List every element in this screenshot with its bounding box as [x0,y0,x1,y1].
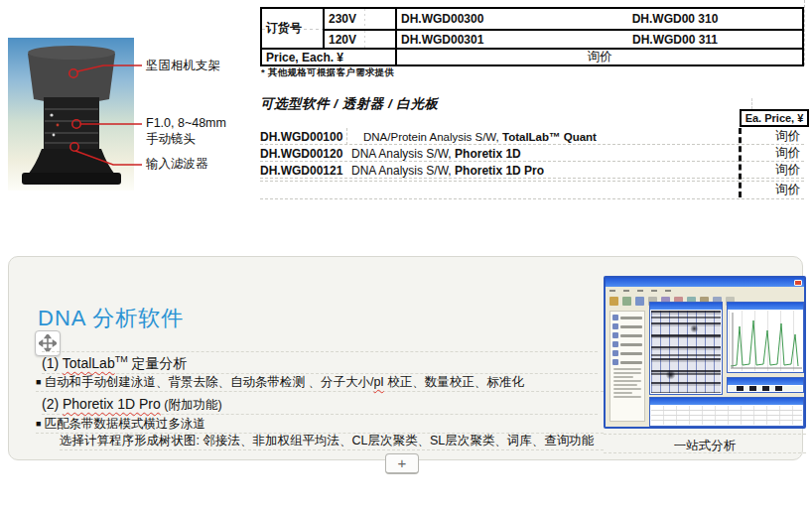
product-description: DNA Analysis S/W, Phoretix 1D Pro [347,164,743,178]
toolbar-icon [609,297,618,306]
window-titlebar [650,398,803,405]
table-row: DH.WGD00121 DNA Analysis S/W, Phoretix 1… [260,162,804,179]
price-inquiry-value: 询价 [743,145,804,162]
gel-image-window [649,302,723,395]
item-number: (1) [42,355,63,371]
product-description: DNA Analysis S/W, Phoretix 1D [347,147,743,161]
feature-bullet-1: ■自动和手动创建泳道、背景去除、自动条带检测 、分子大小/pI 校正、数量校正、… [36,374,604,392]
voltage-230: 230V [325,9,397,31]
price-column-divider [739,128,742,197]
results-table-window [649,397,804,427]
price-inquiry-value: 询价 [743,182,804,198]
bullet-text: 校正、数量校正、标准化 [384,375,524,389]
band-strip-window [727,377,804,393]
bullet-text: 自动和手动创建泳道、背景去除、自动条带检测 、分子大小/ [44,375,373,389]
window-titlebar [728,303,803,310]
product-code: DH.WGD00120 [260,147,347,161]
results-table [651,406,802,425]
heading-rest: (附加功能) [161,398,222,412]
callout-label-lens-spec: F1.0, 8~48mm [146,116,226,131]
order-number-header: 订货号 [262,9,325,48]
heading-rest: 定量分析 [128,355,188,371]
description-prefix: DNA Analysis S/W, [351,164,455,178]
profile-chart-window [727,302,804,373]
table-row: DH.WGD00100 DNA/Protein Analysis S/W, To… [260,128,804,145]
window-titlebar [728,378,803,385]
software-name: TotalLab [63,355,115,371]
price-inquiry-value: 询价 [743,128,804,145]
voltage-120: 120V [325,31,397,48]
callout-label-mount: 坚固相机支架 [146,59,220,73]
table-footnote: * 其他规格可根据客户需求提供 [261,66,394,79]
order-number-table: 订货号 230V DH.WGD00300 DH.WGD00 310 120V D… [260,7,804,66]
four-arrows-icon [39,334,57,352]
feature-bullet-2: ■匹配条带数据模式横过多泳道 [36,416,604,434]
price-inquiry-value: 询价 [397,48,802,64]
table-row: 询价 [260,181,804,199]
price-inquiry-value: 询价 [743,162,804,179]
trademark-sup: TM [115,354,128,364]
feature-heading-totallab: (1) TotalLabTM 定量分析 [42,351,598,374]
order-code: DH.WGD00 311 [548,31,802,48]
window-menubar [608,288,802,294]
order-code: DH.WGD00 310 [548,9,802,31]
table-gridline [751,98,752,109]
price-each-label: Price, Each. ¥ [262,48,397,64]
feature-heading-phoretix: (2) Phoretix 1D Pro (附加功能) [42,394,598,415]
catalog-page: 坚固相机支架 F1.0, 8~48mm 手动镜头 输入滤波器 订货号 230V … [0,0,812,510]
bullet-icon: ■ [36,419,41,429]
product-name: TotalLab™ Quant [502,131,597,143]
sidebar-thumbnail [609,311,645,422]
gel-lanes-image [651,311,721,393]
ea-price-header: Ea. Price, ¥ [740,109,809,127]
window-titlebar [606,278,804,287]
optional-software-rows: DH.WGD00100 DNA/Protein Analysis S/W, To… [260,128,804,199]
analysis-software-screenshot [604,276,806,429]
description-prefix: DNA Analysis S/W, [351,147,455,161]
callout-label-filter: 输入滤波器 [146,157,208,172]
toolbar-icon [635,297,644,306]
item-number: (2) [42,396,63,412]
bullet-icon: ■ [36,377,41,387]
callout-label-lens-type: 手动镜头 [146,132,196,147]
software-name: Phoretix 1D Pro [63,396,161,412]
lens-photo-background [8,38,134,191]
marked-term: pI [373,375,383,389]
close-icon [794,280,802,286]
product-code: DH.WGD00100 [260,128,347,145]
order-code: DH.WGD00301 [397,31,548,48]
screenshot-caption: 一站式分析 [604,434,806,453]
add-row-button[interactable]: + [385,453,419,474]
product-description: DNA/Protein Analysis S/W, TotalLab™ Quan… [347,131,743,143]
window-titlebar [650,303,722,310]
product-name: Phoretix 1D Pro [455,164,544,178]
toolbar-icon [622,297,631,306]
product-code: DH.WGD00121 [260,164,347,178]
band-strip [729,386,802,391]
product-name: Phoretix 1D [455,147,521,161]
feature-detail-line: 选择计算程序形成树状图: 邻接法、非加权组平均法、CL层次聚类、SL层次聚类、词… [60,433,604,450]
order-code: DH.WGD00300 [397,9,548,31]
description-prefix: DNA/Protein Analysis S/W, [363,131,502,143]
bullet-text: 匹配条带数据模式横过多泳道 [44,417,205,431]
detail-text: 选择计算程序形成树状图: 邻接法、非加权组平均法、CL层次聚类、SL层次聚类、词… [60,434,594,447]
table-row: DH.WGD00120 DNA Analysis S/W, Phoretix 1… [260,145,804,162]
dna-section-heading: DNA 分析软件 [38,304,184,333]
peak-profile-chart [729,311,802,371]
table-gridline [804,0,805,65]
optional-software-title: 可选型软件 / 透射器 / 白光板 [260,95,439,113]
